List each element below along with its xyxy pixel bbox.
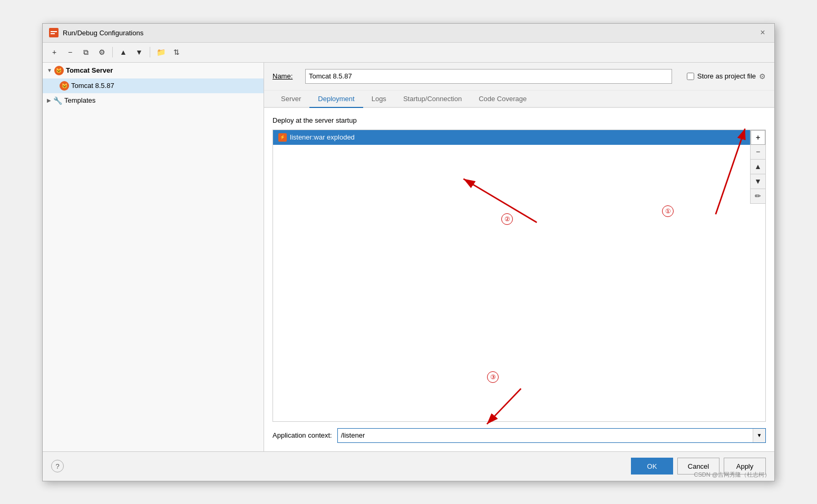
tab-startup-connection[interactable]: Startup/Connection [395, 91, 470, 108]
edit-artifact-button[interactable]: ✏ [751, 189, 765, 204]
cancel-button[interactable]: Cancel [677, 458, 719, 475]
toolbar-separator-2 [150, 47, 150, 57]
store-project-checkbox[interactable] [687, 73, 694, 80]
help-button[interactable]: ? [51, 460, 64, 472]
tab-logs[interactable]: Logs [363, 91, 395, 108]
app-icon [49, 28, 59, 37]
tomcat-expand-arrow: ▼ [47, 67, 52, 73]
left-panel: ▼ 🐱 Tomcat Server 🐱 Tomcat 8.5.87 ▶ 🔧 Te… [43, 63, 264, 451]
move-artifact-up-button[interactable]: ▲ [751, 160, 765, 174]
deploy-section-label: Deploy at the server startup [273, 116, 766, 124]
tomcat-icon: 🐱 [54, 66, 64, 75]
add-config-button[interactable]: + [47, 45, 62, 59]
move-down-button[interactable]: ▼ [132, 45, 147, 59]
wrench-icon: 🔧 [53, 96, 62, 105]
app-context-label: Application context: [273, 431, 332, 439]
name-label: Name: [273, 72, 299, 80]
deploy-list-item[interactable]: ⚡ listener:war exploded [273, 130, 765, 145]
name-input[interactable] [305, 69, 672, 84]
sort-button[interactable]: ⇅ [169, 45, 184, 59]
toolbar-separator-1 [112, 47, 113, 57]
bottom-buttons: OK Cancel Apply [631, 458, 766, 475]
deploy-item-label: listener:war exploded [290, 133, 355, 141]
artifact-icon: ⚡ [278, 133, 287, 142]
folder-button[interactable]: 📁 [153, 45, 168, 59]
tab-code-coverage[interactable]: Code Coverage [470, 91, 535, 108]
store-project-label: Store as project file [697, 72, 756, 80]
remove-artifact-button[interactable]: − [751, 145, 765, 160]
settings-config-button[interactable]: ⚙ [94, 45, 109, 59]
tree-templates-group[interactable]: ▶ 🔧 Templates [43, 93, 264, 108]
tomcat-server-label: Tomcat Server [66, 66, 113, 74]
deploy-section: Deploy at the server startup ⚡ listener:… [273, 116, 766, 443]
close-button[interactable]: × [757, 27, 768, 38]
app-context-input[interactable] [338, 429, 753, 442]
copy-config-button[interactable]: ⧉ [79, 45, 93, 59]
templates-label: Templates [64, 96, 95, 104]
move-up-button[interactable]: ▲ [116, 45, 131, 59]
title-bar-left: Run/Debug Configurations [49, 28, 143, 37]
run-debug-dialog: Run/Debug Configurations × + − ⧉ ⚙ ▲ ▼ 📁… [42, 23, 775, 481]
title-bar: Run/Debug Configurations × [43, 24, 774, 43]
name-row: Name: Store as project file ⚙ [264, 63, 774, 91]
bottom-bar: ? OK Cancel Apply [43, 451, 774, 481]
move-artifact-down-button[interactable]: ▼ [751, 174, 765, 189]
tab-deployment[interactable]: Deployment [309, 91, 363, 108]
store-project-gear-icon[interactable]: ⚙ [759, 72, 766, 81]
toolbar: + − ⧉ ⚙ ▲ ▼ 📁 ⇅ [43, 43, 774, 63]
apply-button[interactable]: Apply [724, 458, 766, 475]
app-context-input-wrap: ▼ [337, 428, 766, 443]
tabs-row: Server Deployment Logs Startup/Connectio… [264, 91, 774, 108]
tree-tomcat-child[interactable]: 🐱 Tomcat 8.5.87 [43, 78, 264, 93]
ok-button[interactable]: OK [631, 458, 673, 475]
svg-rect-2 [51, 33, 55, 34]
tab-server[interactable]: Server [273, 91, 309, 108]
tomcat-child-icon: 🐱 [60, 81, 69, 91]
main-content: ▼ 🐱 Tomcat Server 🐱 Tomcat 8.5.87 ▶ 🔧 Te… [43, 63, 774, 451]
app-context-row: Application context: ▼ [273, 428, 766, 443]
deploy-list-area: ⚡ listener:war exploded + − ▲ ▼ ✏ [273, 130, 766, 422]
svg-rect-0 [49, 28, 59, 37]
list-controls: + − ▲ ▼ ✏ [750, 130, 765, 204]
store-project-file-option: Store as project file ⚙ [687, 72, 766, 81]
deployment-panel-content: Deploy at the server startup ⚡ listener:… [264, 108, 774, 451]
remove-config-button[interactable]: − [63, 45, 77, 59]
app-context-dropdown-button[interactable]: ▼ [753, 429, 765, 442]
tomcat-child-label: Tomcat 8.5.87 [71, 82, 114, 90]
templates-expand-arrow: ▶ [47, 97, 51, 103]
svg-rect-1 [51, 31, 57, 32]
dialog-title: Run/Debug Configurations [63, 29, 143, 37]
add-artifact-button[interactable]: + [751, 130, 765, 145]
tree-tomcat-server-group[interactable]: ▼ 🐱 Tomcat Server [43, 63, 264, 78]
right-panel: Name: Store as project file ⚙ Server Dep… [264, 63, 774, 451]
deploy-list-empty [273, 145, 765, 421]
